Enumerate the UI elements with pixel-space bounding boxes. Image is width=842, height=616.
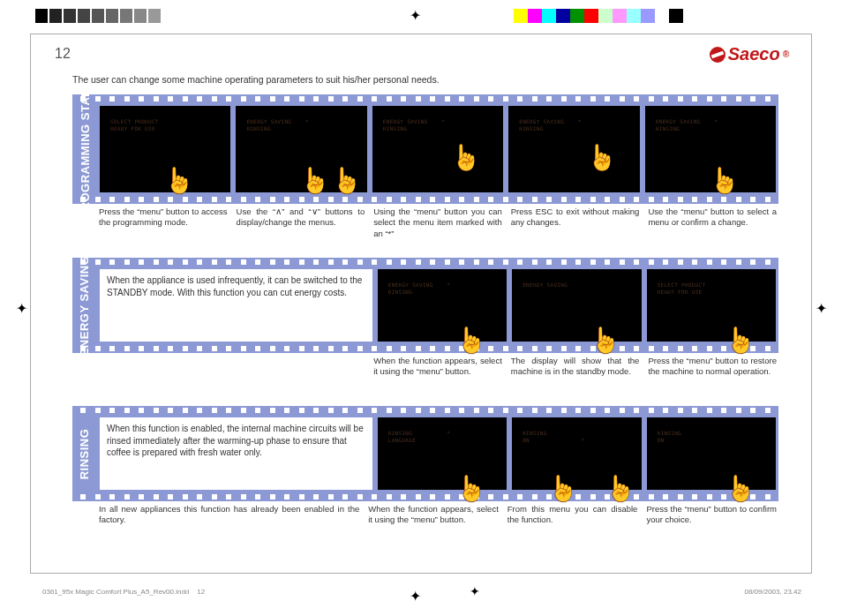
lcd-text: RINSING ON <box>658 430 681 444</box>
pointer-icon: ☝ <box>547 474 578 503</box>
pointer-icon: ☝ <box>450 143 481 172</box>
caption: Use the “∧” and “∨” buttons to display/c… <box>235 207 367 239</box>
display-screen: SELECT PRODUCT READY FOR USE☝ <box>647 269 776 342</box>
pointer-icon: ☝ <box>331 166 362 195</box>
caption: In all new appliances this function has … <box>97 504 361 526</box>
film-sprocket-bottom <box>72 195 778 204</box>
lcd-text: SELECT PRODUCT READY FOR USE <box>110 118 159 132</box>
caption: Press the “menu” button to access the pr… <box>97 207 229 239</box>
lcd-text: ENERGY SAVING * RINSING <box>656 118 718 132</box>
section-label: ENERGY SAVING <box>72 267 97 344</box>
display-screen: RINSING * LANGUAGE☝ <box>378 417 507 490</box>
display-screen: ENERGY SAVING * RINSING☝ <box>372 106 503 192</box>
pointer-icon: ☝ <box>709 166 740 195</box>
footer-file: 0361_95x Magic Comfort Plus_A5_Rev00.ind… <box>42 588 205 596</box>
info-text-cell: When the appliance is used infrequently,… <box>100 269 372 342</box>
lcd-text: ENERGY SAVING * RINSING <box>388 282 450 296</box>
section-programming: PROGRAMMING START SELECT PRODUCT READY F… <box>72 94 778 239</box>
pointer-icon: ☝ <box>299 166 330 195</box>
lcd-text: ENERGY SAVING <box>522 282 568 289</box>
caption: The display will show that the machine i… <box>509 356 642 378</box>
brand-logo: Saeco® <box>710 44 789 64</box>
film-sprocket-top <box>72 406 778 415</box>
lcd-text: ENERGY SAVING * RINSING <box>246 118 308 132</box>
section-label: RINSING <box>72 415 97 492</box>
lcd-text: ENERGY SAVING * RINSING <box>519 118 581 132</box>
section-rinsing: RINSING When this function is enabled, t… <box>72 406 778 526</box>
display-screen: SELECT PRODUCT READY FOR USE☝ <box>100 106 230 192</box>
registration-mark-icon: ✦ <box>812 300 830 318</box>
pointer-icon: ☝ <box>605 474 635 503</box>
pointer-icon: ☝ <box>455 474 486 503</box>
film-sprocket-top <box>72 94 778 103</box>
pointer-icon: ☝ <box>586 143 617 172</box>
display-screen: ENERGY SAVING * RINSING☝ <box>645 106 776 192</box>
caption: When the function appears, select it usi… <box>366 504 500 526</box>
page-number: 12 <box>55 46 71 62</box>
caption: Press the “menu” button to confirm your … <box>644 504 778 526</box>
display-screen: ENERGY SAVING * RINSING☝☝ <box>236 106 366 192</box>
intro-text: The user can change some machine operati… <box>72 74 440 85</box>
registration-mark-icon: ✦ <box>470 584 480 598</box>
lcd-text: SELECT PRODUCT READY FOR USE <box>658 282 706 296</box>
pointer-icon: ☝ <box>455 326 486 355</box>
lcd-text: ENERGY SAVING * RINSING <box>383 118 445 132</box>
caption: Use the “menu” button to select a menu o… <box>646 207 778 239</box>
registration-mark-icon: ✦ <box>406 7 424 25</box>
display-screen: RINSING ON *☝☝ <box>512 417 641 490</box>
caption: Using the “menu” button you can select t… <box>372 207 504 239</box>
caption: From this menu you can disable the funct… <box>506 504 640 526</box>
brand-logo-icon <box>710 47 725 63</box>
display-screen: ENERGY SAVING☝ <box>512 269 641 342</box>
section-energy: ENERGY SAVING When the appliance is used… <box>72 258 778 378</box>
caption: When the function appears, select it usi… <box>372 356 504 378</box>
display-screen: RINSING ON☝ <box>647 417 776 490</box>
display-screen: ENERGY SAVING * RINSING☝ <box>508 106 639 192</box>
pointer-icon: ☝ <box>725 326 756 355</box>
film-sprocket-bottom <box>72 492 778 501</box>
pointer-icon: ☝ <box>590 326 620 355</box>
print-footer: 0361_95x Magic Comfort Plus_A5_Rev00.ind… <box>42 584 801 598</box>
caption <box>97 356 229 378</box>
section-label: PROGRAMMING START <box>72 103 97 195</box>
brand-logo-text: Saeco <box>728 44 780 64</box>
film-sprocket-top <box>72 258 778 267</box>
footer-date: 08/09/2003, 23.42 <box>744 588 801 596</box>
caption: Press the “menu” button to restore the m… <box>646 356 778 378</box>
caption <box>235 356 367 378</box>
film-sprocket-bottom <box>72 344 778 353</box>
caption: Press ESC to exit without making any cha… <box>509 207 642 239</box>
registration-mark-icon: ✦ <box>12 300 30 318</box>
info-text-cell: When this function is enabled, the inter… <box>100 417 372 490</box>
pointer-icon: ☝ <box>725 474 756 503</box>
lcd-text: RINSING ON * <box>522 430 584 444</box>
lcd-text: RINSING * LANGUAGE <box>388 430 450 444</box>
pointer-icon: ☝ <box>163 166 194 195</box>
display-screen: ENERGY SAVING * RINSING☝ <box>378 269 507 342</box>
brand-logo-suffix: ® <box>783 49 789 59</box>
